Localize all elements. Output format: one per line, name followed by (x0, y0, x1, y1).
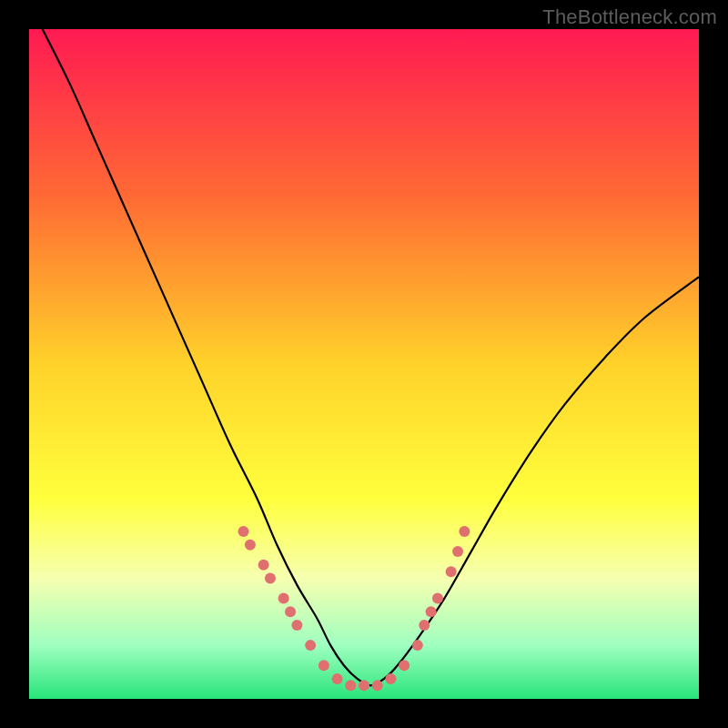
curve-marker (446, 566, 457, 577)
curve-marker (318, 660, 329, 671)
curve-marker (291, 620, 302, 631)
curve-marker (305, 640, 316, 651)
curve-marker (278, 593, 289, 604)
curve-marker (452, 546, 463, 557)
curve-marker (419, 620, 430, 631)
curve-marker (372, 680, 383, 691)
curve-marker (399, 660, 410, 671)
curve-marker (285, 606, 296, 617)
curve-marker (385, 673, 396, 684)
curve-marker (265, 573, 276, 584)
curve-marker (359, 680, 369, 691)
curve-marker (332, 673, 343, 684)
plot-area (29, 29, 699, 699)
curve-marker (238, 526, 249, 537)
curve-marker (412, 640, 423, 651)
curve-marker (459, 526, 470, 537)
watermark-text: TheBottleneck.com (542, 5, 717, 29)
chart-svg (29, 29, 699, 699)
curve-marker (245, 540, 256, 551)
curve-marker (426, 606, 437, 617)
curve-marker (258, 560, 269, 571)
chart-frame: TheBottleneck.com (0, 0, 728, 728)
curve-marker (432, 593, 443, 604)
curve-marker (345, 680, 356, 691)
